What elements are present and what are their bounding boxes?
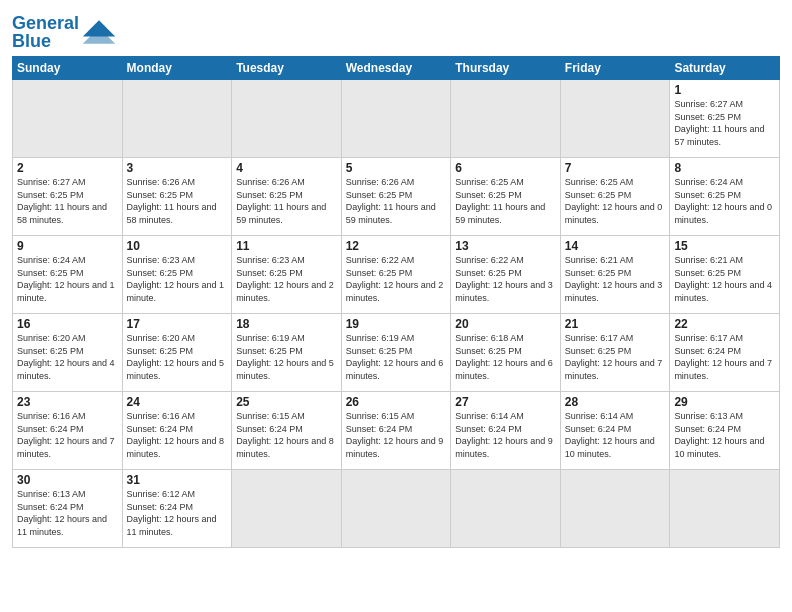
day-info: Sunrise: 6:22 AMSunset: 6:25 PMDaylight:… [455, 254, 556, 304]
day-number: 3 [127, 161, 228, 175]
day-info: Sunrise: 6:13 AMSunset: 6:24 PMDaylight:… [674, 410, 775, 460]
calendar-cell: 24Sunrise: 6:16 AMSunset: 6:24 PMDayligh… [122, 392, 232, 470]
day-info: Sunrise: 6:17 AMSunset: 6:24 PMDaylight:… [674, 332, 775, 382]
calendar-cell: 26Sunrise: 6:15 AMSunset: 6:24 PMDayligh… [341, 392, 451, 470]
calendar-cell [451, 470, 561, 548]
weekday-header-saturday: Saturday [670, 57, 780, 80]
logo-icon [81, 18, 117, 46]
week-row-2: 2Sunrise: 6:27 AMSunset: 6:25 PMDaylight… [13, 158, 780, 236]
calendar-cell: 12Sunrise: 6:22 AMSunset: 6:25 PMDayligh… [341, 236, 451, 314]
day-info: Sunrise: 6:21 AMSunset: 6:25 PMDaylight:… [674, 254, 775, 304]
day-number: 24 [127, 395, 228, 409]
day-info: Sunrise: 6:15 AMSunset: 6:24 PMDaylight:… [346, 410, 447, 460]
day-info: Sunrise: 6:14 AMSunset: 6:24 PMDaylight:… [455, 410, 556, 460]
day-info: Sunrise: 6:27 AMSunset: 6:25 PMDaylight:… [17, 176, 118, 226]
day-info: Sunrise: 6:16 AMSunset: 6:24 PMDaylight:… [127, 410, 228, 460]
day-number: 8 [674, 161, 775, 175]
day-info: Sunrise: 6:21 AMSunset: 6:25 PMDaylight:… [565, 254, 666, 304]
day-number: 20 [455, 317, 556, 331]
calendar-cell [232, 80, 342, 158]
calendar-cell [13, 80, 123, 158]
weekday-header-thursday: Thursday [451, 57, 561, 80]
day-number: 11 [236, 239, 337, 253]
calendar-cell: 5Sunrise: 6:26 AMSunset: 6:25 PMDaylight… [341, 158, 451, 236]
logo-blue: Blue [12, 31, 51, 51]
week-row-1: 1Sunrise: 6:27 AMSunset: 6:25 PMDaylight… [13, 80, 780, 158]
day-number: 23 [17, 395, 118, 409]
weekday-header-tuesday: Tuesday [232, 57, 342, 80]
weekday-header-sunday: Sunday [13, 57, 123, 80]
calendar-cell [560, 470, 670, 548]
weekday-header-row: SundayMondayTuesdayWednesdayThursdayFrid… [13, 57, 780, 80]
logo: General Blue [12, 14, 117, 50]
calendar-cell: 20Sunrise: 6:18 AMSunset: 6:25 PMDayligh… [451, 314, 561, 392]
day-number: 27 [455, 395, 556, 409]
calendar-cell: 16Sunrise: 6:20 AMSunset: 6:25 PMDayligh… [13, 314, 123, 392]
calendar-cell: 14Sunrise: 6:21 AMSunset: 6:25 PMDayligh… [560, 236, 670, 314]
day-info: Sunrise: 6:25 AMSunset: 6:25 PMDaylight:… [565, 176, 666, 226]
day-info: Sunrise: 6:16 AMSunset: 6:24 PMDaylight:… [17, 410, 118, 460]
day-info: Sunrise: 6:17 AMSunset: 6:25 PMDaylight:… [565, 332, 666, 382]
day-number: 5 [346, 161, 447, 175]
day-info: Sunrise: 6:24 AMSunset: 6:25 PMDaylight:… [674, 176, 775, 226]
day-info: Sunrise: 6:20 AMSunset: 6:25 PMDaylight:… [17, 332, 118, 382]
calendar-cell: 4Sunrise: 6:26 AMSunset: 6:25 PMDaylight… [232, 158, 342, 236]
day-number: 19 [346, 317, 447, 331]
day-info: Sunrise: 6:22 AMSunset: 6:25 PMDaylight:… [346, 254, 447, 304]
day-number: 10 [127, 239, 228, 253]
day-number: 15 [674, 239, 775, 253]
calendar-cell [560, 80, 670, 158]
day-number: 4 [236, 161, 337, 175]
calendar-cell: 2Sunrise: 6:27 AMSunset: 6:25 PMDaylight… [13, 158, 123, 236]
day-info: Sunrise: 6:26 AMSunset: 6:25 PMDaylight:… [127, 176, 228, 226]
day-number: 31 [127, 473, 228, 487]
day-info: Sunrise: 6:27 AMSunset: 6:25 PMDaylight:… [674, 98, 775, 148]
day-info: Sunrise: 6:24 AMSunset: 6:25 PMDaylight:… [17, 254, 118, 304]
day-info: Sunrise: 6:25 AMSunset: 6:25 PMDaylight:… [455, 176, 556, 226]
calendar-cell: 28Sunrise: 6:14 AMSunset: 6:24 PMDayligh… [560, 392, 670, 470]
day-info: Sunrise: 6:13 AMSunset: 6:24 PMDaylight:… [17, 488, 118, 538]
weekday-header-friday: Friday [560, 57, 670, 80]
day-info: Sunrise: 6:26 AMSunset: 6:25 PMDaylight:… [236, 176, 337, 226]
calendar-cell: 30Sunrise: 6:13 AMSunset: 6:24 PMDayligh… [13, 470, 123, 548]
calendar-cell: 11Sunrise: 6:23 AMSunset: 6:25 PMDayligh… [232, 236, 342, 314]
day-number: 9 [17, 239, 118, 253]
logo-text: General Blue [12, 14, 79, 50]
week-row-4: 16Sunrise: 6:20 AMSunset: 6:25 PMDayligh… [13, 314, 780, 392]
day-number: 25 [236, 395, 337, 409]
week-row-5: 23Sunrise: 6:16 AMSunset: 6:24 PMDayligh… [13, 392, 780, 470]
calendar-cell [451, 80, 561, 158]
day-number: 22 [674, 317, 775, 331]
calendar-cell: 23Sunrise: 6:16 AMSunset: 6:24 PMDayligh… [13, 392, 123, 470]
day-number: 29 [674, 395, 775, 409]
calendar-cell: 21Sunrise: 6:17 AMSunset: 6:25 PMDayligh… [560, 314, 670, 392]
day-info: Sunrise: 6:19 AMSunset: 6:25 PMDaylight:… [346, 332, 447, 382]
weekday-header-monday: Monday [122, 57, 232, 80]
calendar-cell: 9Sunrise: 6:24 AMSunset: 6:25 PMDaylight… [13, 236, 123, 314]
day-info: Sunrise: 6:19 AMSunset: 6:25 PMDaylight:… [236, 332, 337, 382]
calendar-cell: 7Sunrise: 6:25 AMSunset: 6:25 PMDaylight… [560, 158, 670, 236]
calendar-cell [341, 80, 451, 158]
day-number: 14 [565, 239, 666, 253]
calendar-cell: 3Sunrise: 6:26 AMSunset: 6:25 PMDaylight… [122, 158, 232, 236]
day-info: Sunrise: 6:26 AMSunset: 6:25 PMDaylight:… [346, 176, 447, 226]
logo-general: General [12, 13, 79, 33]
calendar-cell: 29Sunrise: 6:13 AMSunset: 6:24 PMDayligh… [670, 392, 780, 470]
weekday-header-wednesday: Wednesday [341, 57, 451, 80]
day-number: 21 [565, 317, 666, 331]
day-number: 13 [455, 239, 556, 253]
page: General Blue SundayMondayTuesdayWednesda… [0, 0, 792, 612]
calendar-cell: 6Sunrise: 6:25 AMSunset: 6:25 PMDaylight… [451, 158, 561, 236]
calendar-cell [670, 470, 780, 548]
day-number: 7 [565, 161, 666, 175]
day-number: 6 [455, 161, 556, 175]
day-info: Sunrise: 6:14 AMSunset: 6:24 PMDaylight:… [565, 410, 666, 460]
week-row-3: 9Sunrise: 6:24 AMSunset: 6:25 PMDaylight… [13, 236, 780, 314]
day-number: 17 [127, 317, 228, 331]
day-info: Sunrise: 6:15 AMSunset: 6:24 PMDaylight:… [236, 410, 337, 460]
day-number: 26 [346, 395, 447, 409]
calendar-cell [232, 470, 342, 548]
calendar-cell: 27Sunrise: 6:14 AMSunset: 6:24 PMDayligh… [451, 392, 561, 470]
day-number: 28 [565, 395, 666, 409]
calendar-cell: 8Sunrise: 6:24 AMSunset: 6:25 PMDaylight… [670, 158, 780, 236]
